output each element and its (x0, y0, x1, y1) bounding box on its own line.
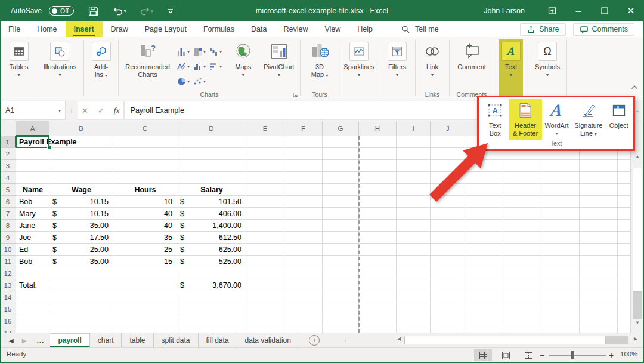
zoom-in-button[interactable]: + (609, 350, 614, 360)
row-header-12[interactable]: 12 (0, 267, 16, 279)
cell-D11[interactable]: $525.00 (177, 256, 246, 267)
row-header-9[interactable]: 9 (0, 232, 16, 244)
maps-button[interactable]: Maps ▾ (228, 39, 259, 78)
maximize-button[interactable] (592, 0, 618, 21)
cell-B11[interactable]: $35.00 (49, 256, 113, 267)
tab-insert[interactable]: Insert (66, 21, 103, 37)
row-header-1[interactable]: 1 (0, 136, 16, 148)
tab-page-layout[interactable]: Page Layout (137, 21, 195, 37)
row-header-2[interactable]: 2 (0, 148, 16, 160)
tab-help[interactable]: Help (349, 21, 381, 37)
scroll-left-arrow[interactable]: ◀ (395, 336, 403, 342)
symbols-button[interactable]: Ω Symbols ▾ (532, 39, 562, 78)
cell-D9[interactable]: $612.50 (177, 232, 246, 243)
tab-draw[interactable]: Draw (103, 21, 137, 37)
tab-formulas[interactable]: Formulas (195, 21, 243, 37)
zoom-slider-thumb[interactable] (571, 351, 574, 359)
vertical-scroll-track[interactable] (633, 292, 642, 319)
cell-C5[interactable]: Hours (113, 184, 177, 195)
zoom-out-button[interactable]: − (540, 350, 544, 360)
row-header-4[interactable]: 4 (0, 172, 16, 184)
cell-D10[interactable]: $625.00 (177, 244, 246, 255)
scroll-down-arrow[interactable]: ▼ (633, 320, 642, 325)
comments-toggle-button[interactable]: Comments (573, 23, 634, 36)
cell-A9[interactable]: Joe (16, 232, 49, 243)
tab-review[interactable]: Review (275, 21, 316, 37)
row-header-3[interactable]: 3 (0, 160, 16, 172)
scroll-right-arrow[interactable]: ▶ (631, 336, 640, 342)
sheet-tab-fill-data[interactable]: fill data (199, 333, 237, 347)
row-header-16[interactable]: 16 (0, 315, 16, 327)
cell-A10[interactable]: Ed (16, 244, 49, 255)
cell-D7[interactable]: $406.00 (177, 208, 246, 219)
row-header-11[interactable]: 11 (0, 256, 16, 267)
histogram-chart-button[interactable]: ▾ (193, 59, 209, 74)
cell-D6[interactable]: $101.50 (177, 196, 246, 207)
sparklines-button[interactable]: Sparklines ▾ (341, 39, 376, 78)
col-header-G[interactable]: G (323, 121, 359, 136)
col-header-A[interactable]: A (16, 121, 49, 136)
sheet-tab-chart[interactable]: chart (90, 333, 122, 347)
cell-B8[interactable]: $35.00 (49, 220, 113, 231)
scatter-chart-button[interactable]: ▾ (193, 74, 209, 89)
cell-A13[interactable]: Total: (16, 279, 49, 291)
cell-B7[interactable]: $10.15 (49, 208, 113, 219)
collapse-ribbon-button[interactable] (631, 85, 638, 90)
cell-A8[interactable]: Jane (16, 220, 49, 231)
sheet-tab-data-validation[interactable]: data validation (237, 333, 299, 347)
hierarchy-chart-button[interactable]: ▾ (193, 44, 209, 59)
row-header-7[interactable]: 7 (0, 208, 16, 220)
fill-handle[interactable] (47, 146, 51, 150)
page-break-view-button[interactable] (519, 349, 537, 361)
waterfall-chart-button[interactable]: ▾ (209, 44, 225, 59)
sheet-tab-table[interactable]: table (122, 333, 153, 347)
zoom-level[interactable]: 100% (620, 350, 637, 358)
tab-view[interactable]: View (316, 21, 349, 37)
col-header-E[interactable]: E (246, 121, 284, 136)
filters-button[interactable]: Filters ▾ (385, 39, 409, 78)
sheet-nav-left[interactable]: ◀ (5, 333, 18, 347)
signature-line-button[interactable]: Signature Line ▾ (571, 99, 605, 140)
close-button[interactable]: ✕ (618, 0, 644, 21)
row-header-6[interactable]: 6 (0, 196, 16, 208)
tab-strip-handle[interactable]: ⋮ (342, 333, 348, 347)
row-header-8[interactable]: 8 (0, 220, 16, 232)
cell-B5[interactable]: Wage (49, 184, 113, 195)
cell-D8[interactable]: $1,400.00 (177, 220, 246, 231)
header-footer-button[interactable]: Header & Footer (509, 99, 541, 140)
normal-view-button[interactable] (474, 349, 492, 361)
tab-file[interactable]: File (0, 21, 29, 37)
row-header-14[interactable]: 14 (0, 291, 16, 303)
sheet-tab-split-data[interactable]: split data (154, 333, 199, 347)
undo-button[interactable]: ▾ (109, 2, 130, 19)
user-name[interactable]: John Larson (484, 7, 525, 15)
tellme-search[interactable]: Tell me (401, 25, 439, 34)
cell-A6[interactable]: Bob (16, 196, 49, 207)
cell-A11[interactable]: Bob (16, 256, 49, 267)
new-sheet-button[interactable]: + (309, 333, 320, 347)
cell-A7[interactable]: Mary (16, 208, 49, 219)
3d-map-button[interactable]: 3D Map ▾ (308, 39, 332, 78)
row-header-15[interactable]: 15 (0, 303, 16, 315)
row-header-17[interactable]: 17 (0, 327, 16, 333)
object-button[interactable]: Object (605, 99, 632, 140)
cell-C11[interactable]: 15 (113, 256, 177, 267)
share-button[interactable]: Share (520, 23, 565, 36)
pie-chart-button[interactable]: ▾ (177, 74, 193, 89)
link-button[interactable]: Link ▾ (422, 39, 443, 78)
cell-C8[interactable]: 40 (113, 220, 177, 231)
col-header-D[interactable]: D (177, 121, 246, 136)
tables-button[interactable]: Tables ▾ (7, 39, 31, 78)
cell-C6[interactable]: 10 (113, 196, 177, 207)
row-header-5[interactable]: 5 (0, 184, 16, 196)
line-chart-button[interactable]: ▾ (177, 59, 193, 74)
cell-B9[interactable]: $17.50 (49, 232, 113, 243)
worksheet-grid[interactable]: ABCDEFGHIJ1234567891011121314151617Payro… (0, 121, 631, 333)
recommended-charts-button[interactable]: ? Recommended Charts (119, 39, 176, 78)
column-chart-button[interactable]: ▾ (177, 44, 193, 59)
addins-button[interactable]: Add- ins ▾ (89, 39, 113, 78)
minimize-button[interactable]: ─ (565, 0, 592, 21)
cancel-button[interactable]: ✕ (82, 106, 88, 115)
cell-A5[interactable]: Name (16, 184, 49, 195)
enter-button[interactable]: ✓ (98, 106, 104, 115)
